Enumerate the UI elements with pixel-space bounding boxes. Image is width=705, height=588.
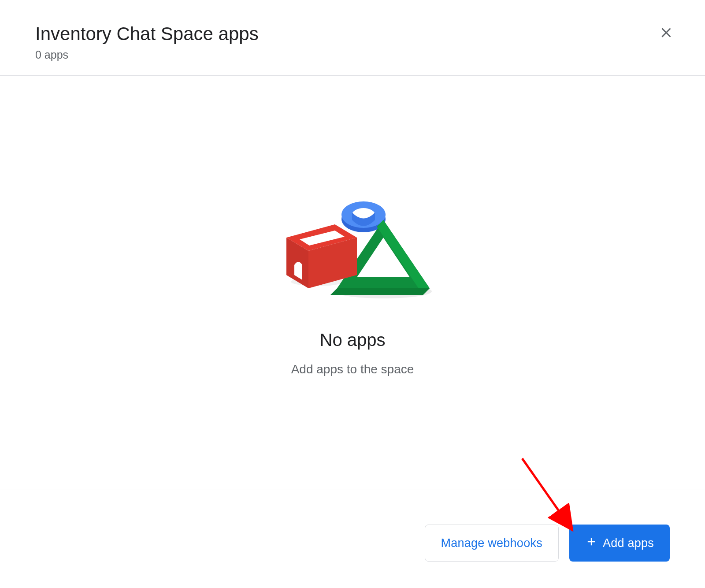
apps-dialog: Inventory Chat Space apps 0 apps — [0, 0, 705, 588]
empty-subtitle: Add apps to the space — [291, 362, 414, 376]
apps-count: 0 apps — [35, 48, 670, 61]
close-icon — [658, 25, 674, 42]
dialog-footer: Manage webhooks Add apps — [0, 490, 705, 588]
dialog-title: Inventory Chat Space apps — [35, 23, 670, 45]
add-apps-label: Add apps — [603, 536, 654, 550]
manage-webhooks-button[interactable]: Manage webhooks — [425, 525, 559, 562]
manage-webhooks-label: Manage webhooks — [441, 536, 542, 550]
svg-marker-7 — [330, 288, 430, 295]
empty-state: No apps Add apps to the space — [0, 76, 705, 490]
empty-title: No apps — [320, 330, 386, 350]
plus-icon — [585, 536, 597, 551]
dialog-header: Inventory Chat Space apps 0 apps — [0, 0, 705, 75]
add-apps-button[interactable]: Add apps — [569, 525, 670, 562]
empty-state-illustration — [269, 189, 436, 304]
close-button[interactable] — [654, 21, 679, 46]
